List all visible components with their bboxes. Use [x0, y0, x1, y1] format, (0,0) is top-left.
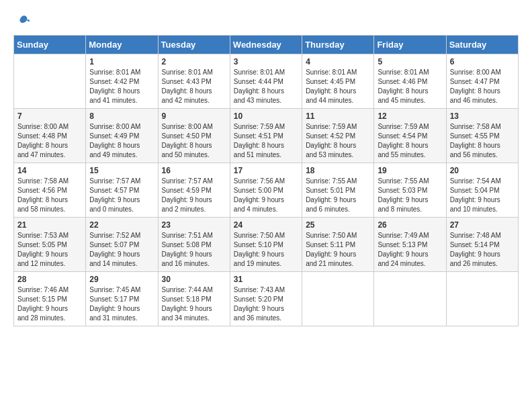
calendar-cell: 6Sunrise: 8:00 AM Sunset: 4:47 PM Daylig… — [446, 54, 518, 109]
day-number: 27 — [450, 220, 515, 230]
day-number: 17 — [234, 166, 298, 175]
calendar-cell: 25Sunrise: 7:50 AM Sunset: 5:11 PM Dayli… — [302, 218, 374, 272]
day-info: Sunrise: 7:48 AM Sunset: 5:14 PM Dayligh… — [450, 231, 515, 269]
day-info: Sunrise: 7:59 AM Sunset: 4:52 PM Dayligh… — [306, 122, 370, 160]
calendar-cell: 22Sunrise: 7:52 AM Sunset: 5:07 PM Dayli… — [86, 218, 158, 272]
day-number: 26 — [378, 220, 442, 230]
calendar-cell: 12Sunrise: 7:59 AM Sunset: 4:54 PM Dayli… — [374, 109, 446, 163]
calendar-cell: 23Sunrise: 7:51 AM Sunset: 5:08 PM Dayli… — [158, 218, 230, 272]
day-info: Sunrise: 8:00 AM Sunset: 4:50 PM Dayligh… — [162, 122, 226, 160]
day-number: 12 — [378, 111, 442, 121]
col-header-sunday: Sunday — [14, 36, 86, 54]
day-number: 2 — [162, 57, 226, 66]
day-info: Sunrise: 7:56 AM Sunset: 5:00 PM Dayligh… — [234, 177, 298, 214]
calendar-cell: 3Sunrise: 8:01 AM Sunset: 4:44 PM Daylig… — [230, 54, 302, 109]
calendar-cell: 7Sunrise: 8:00 AM Sunset: 4:48 PM Daylig… — [14, 109, 86, 163]
day-info: Sunrise: 7:55 AM Sunset: 5:01 PM Dayligh… — [306, 177, 370, 214]
day-info: Sunrise: 7:59 AM Sunset: 4:51 PM Dayligh… — [234, 122, 298, 160]
calendar-cell: 24Sunrise: 7:50 AM Sunset: 5:10 PM Dayli… — [230, 218, 302, 272]
day-number: 13 — [450, 111, 515, 121]
logo-bird-icon — [15, 13, 30, 28]
calendar-cell: 17Sunrise: 7:56 AM Sunset: 5:00 PM Dayli… — [230, 163, 302, 218]
day-info: Sunrise: 7:52 AM Sunset: 5:07 PM Dayligh… — [89, 231, 154, 269]
calendar-cell — [14, 54, 86, 109]
calendar-cell: 10Sunrise: 7:59 AM Sunset: 4:51 PM Dayli… — [230, 109, 302, 163]
page-header — [13, 13, 519, 28]
day-number: 9 — [162, 111, 226, 121]
day-info: Sunrise: 8:01 AM Sunset: 4:43 PM Dayligh… — [162, 68, 226, 105]
calendar-cell: 16Sunrise: 7:57 AM Sunset: 4:59 PM Dayli… — [158, 163, 230, 218]
col-header-tuesday: Tuesday — [158, 36, 230, 54]
day-info: Sunrise: 7:45 AM Sunset: 5:17 PM Dayligh… — [89, 285, 154, 323]
day-number: 4 — [306, 57, 370, 66]
calendar-cell: 1Sunrise: 8:01 AM Sunset: 4:42 PM Daylig… — [86, 54, 158, 109]
day-number: 19 — [378, 166, 442, 175]
day-info: Sunrise: 7:53 AM Sunset: 5:05 PM Dayligh… — [17, 231, 82, 269]
calendar-cell: 30Sunrise: 7:44 AM Sunset: 5:18 PM Dayli… — [158, 272, 230, 326]
calendar-table: SundayMondayTuesdayWednesdayThursdayFrid… — [13, 35, 519, 326]
day-info: Sunrise: 8:01 AM Sunset: 4:45 PM Dayligh… — [306, 68, 370, 105]
day-info: Sunrise: 7:58 AM Sunset: 4:56 PM Dayligh… — [17, 177, 82, 214]
day-info: Sunrise: 8:01 AM Sunset: 4:44 PM Dayligh… — [234, 68, 298, 105]
day-number: 29 — [89, 275, 154, 284]
day-info: Sunrise: 8:00 AM Sunset: 4:49 PM Dayligh… — [89, 122, 154, 160]
day-number: 21 — [17, 220, 82, 230]
calendar-cell: 13Sunrise: 7:58 AM Sunset: 4:55 PM Dayli… — [446, 109, 518, 163]
day-info: Sunrise: 7:46 AM Sunset: 5:15 PM Dayligh… — [17, 285, 82, 323]
day-number: 7 — [17, 111, 82, 121]
calendar-cell: 20Sunrise: 7:54 AM Sunset: 5:04 PM Dayli… — [446, 163, 518, 218]
day-info: Sunrise: 7:44 AM Sunset: 5:18 PM Dayligh… — [162, 285, 226, 323]
day-info: Sunrise: 7:55 AM Sunset: 5:03 PM Dayligh… — [378, 177, 442, 214]
day-info: Sunrise: 8:01 AM Sunset: 4:46 PM Dayligh… — [378, 68, 442, 105]
day-number: 16 — [162, 166, 226, 175]
day-number: 14 — [17, 166, 82, 175]
day-number: 25 — [306, 220, 370, 230]
calendar-cell: 5Sunrise: 8:01 AM Sunset: 4:46 PM Daylig… — [374, 54, 446, 109]
day-info: Sunrise: 7:59 AM Sunset: 4:54 PM Dayligh… — [378, 122, 442, 160]
day-info: Sunrise: 8:00 AM Sunset: 4:48 PM Dayligh… — [17, 122, 82, 160]
calendar-cell: 21Sunrise: 7:53 AM Sunset: 5:05 PM Dayli… — [14, 218, 86, 272]
col-header-wednesday: Wednesday — [230, 36, 302, 54]
calendar-cell: 31Sunrise: 7:43 AM Sunset: 5:20 PM Dayli… — [230, 272, 302, 326]
day-number: 23 — [162, 220, 226, 230]
day-info: Sunrise: 7:50 AM Sunset: 5:10 PM Dayligh… — [234, 231, 298, 269]
calendar-cell — [374, 272, 446, 326]
day-info: Sunrise: 8:00 AM Sunset: 4:47 PM Dayligh… — [450, 68, 515, 105]
calendar-cell: 29Sunrise: 7:45 AM Sunset: 5:17 PM Dayli… — [86, 272, 158, 326]
calendar-cell — [446, 272, 518, 326]
col-header-friday: Friday — [374, 36, 446, 54]
day-number: 31 — [234, 275, 298, 284]
calendar-cell: 9Sunrise: 8:00 AM Sunset: 4:50 PM Daylig… — [158, 109, 230, 163]
day-number: 24 — [234, 220, 298, 230]
col-header-monday: Monday — [86, 36, 158, 54]
day-number: 20 — [450, 166, 515, 175]
day-number: 22 — [89, 220, 154, 230]
calendar-cell: 26Sunrise: 7:49 AM Sunset: 5:13 PM Dayli… — [374, 218, 446, 272]
calendar-cell: 2Sunrise: 8:01 AM Sunset: 4:43 PM Daylig… — [158, 54, 230, 109]
day-number: 3 — [234, 57, 298, 66]
day-info: Sunrise: 7:57 AM Sunset: 4:57 PM Dayligh… — [89, 177, 154, 214]
day-number: 11 — [306, 111, 370, 121]
calendar-cell: 8Sunrise: 8:00 AM Sunset: 4:49 PM Daylig… — [86, 109, 158, 163]
calendar-cell: 28Sunrise: 7:46 AM Sunset: 5:15 PM Dayli… — [14, 272, 86, 326]
calendar-cell: 15Sunrise: 7:57 AM Sunset: 4:57 PM Dayli… — [86, 163, 158, 218]
day-info: Sunrise: 7:50 AM Sunset: 5:11 PM Dayligh… — [306, 231, 370, 269]
day-number: 28 — [17, 275, 82, 284]
calendar-cell: 19Sunrise: 7:55 AM Sunset: 5:03 PM Dayli… — [374, 163, 446, 218]
col-header-thursday: Thursday — [302, 36, 374, 54]
col-header-saturday: Saturday — [446, 36, 518, 54]
day-number: 18 — [306, 166, 370, 175]
day-number: 6 — [450, 57, 515, 66]
day-info: Sunrise: 7:51 AM Sunset: 5:08 PM Dayligh… — [162, 231, 226, 269]
calendar-cell: 4Sunrise: 8:01 AM Sunset: 4:45 PM Daylig… — [302, 54, 374, 109]
day-info: Sunrise: 7:49 AM Sunset: 5:13 PM Dayligh… — [378, 231, 442, 269]
calendar-cell — [302, 272, 374, 326]
calendar-cell: 27Sunrise: 7:48 AM Sunset: 5:14 PM Dayli… — [446, 218, 518, 272]
day-number: 30 — [162, 275, 226, 284]
day-info: Sunrise: 7:43 AM Sunset: 5:20 PM Dayligh… — [234, 285, 298, 323]
logo — [13, 13, 30, 28]
day-info: Sunrise: 7:58 AM Sunset: 4:55 PM Dayligh… — [450, 122, 515, 160]
day-number: 8 — [89, 111, 154, 121]
calendar-cell: 11Sunrise: 7:59 AM Sunset: 4:52 PM Dayli… — [302, 109, 374, 163]
day-info: Sunrise: 7:54 AM Sunset: 5:04 PM Dayligh… — [450, 177, 515, 214]
